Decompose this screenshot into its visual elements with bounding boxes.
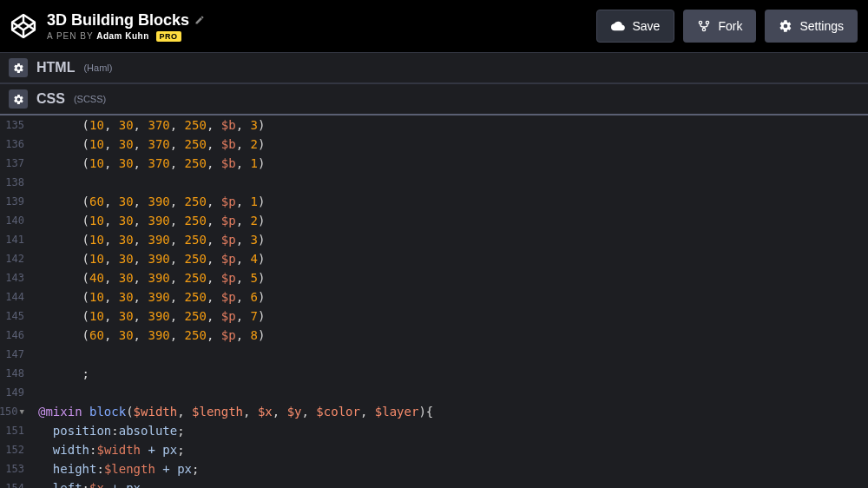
html-panel-title: HTML	[36, 60, 75, 76]
svg-point-1	[707, 21, 709, 23]
code-line[interactable]: (10, 30, 390, 250, $p, 3)	[31, 230, 868, 249]
code-line[interactable]: (10, 30, 370, 250, $b, 3)	[31, 115, 868, 135]
header: 3D Building Blocks A PEN BY Adam Kuhn PR…	[0, 0, 868, 52]
svg-point-0	[700, 21, 702, 23]
css-panel-title: CSS	[36, 91, 65, 107]
css-settings-button[interactable]	[9, 89, 28, 109]
code-line[interactable]	[31, 383, 868, 402]
edit-pencil-icon[interactable]	[194, 14, 205, 28]
html-settings-button[interactable]	[9, 58, 28, 77]
line-number: 152	[0, 440, 24, 459]
code-line[interactable]: @mixin block($width, $length, $x, $y, $c…	[31, 402, 868, 421]
line-number: 144	[0, 287, 24, 307]
line-number: 138	[0, 173, 24, 192]
code-line[interactable]: (10, 30, 370, 250, $b, 1)	[31, 154, 868, 173]
cloud-icon	[611, 19, 625, 33]
line-number: 149	[0, 383, 24, 402]
css-panel-sub: (SCSS)	[74, 94, 106, 104]
line-number: 153	[0, 459, 24, 478]
pen-title-text: 3D Building Blocks	[47, 11, 189, 30]
line-number: 154	[0, 478, 24, 488]
gutter: 1351361371381391401411421431441451461471…	[0, 115, 31, 488]
save-button[interactable]: Save	[596, 10, 674, 43]
settings-label: Settings	[799, 19, 844, 33]
line-number: 140	[0, 211, 24, 230]
code-line[interactable]: (60, 30, 390, 250, $p, 8)	[31, 326, 868, 345]
code-content[interactable]: (10, 30, 370, 250, $b, 3) (10, 30, 370, …	[31, 115, 868, 488]
code-line[interactable]: height:$length + px;	[31, 459, 868, 478]
code-line[interactable]: left:$x + px	[31, 478, 868, 488]
fork-button[interactable]: Fork	[683, 10, 756, 43]
code-line[interactable]: (10, 30, 390, 250, $p, 4)	[31, 249, 868, 268]
line-number: 150▼	[0, 402, 24, 421]
gear-icon	[13, 94, 24, 105]
save-label: Save	[632, 19, 660, 33]
code-line[interactable]: (10, 30, 390, 250, $p, 2)	[31, 211, 868, 230]
line-number: 141	[0, 230, 24, 249]
gear-icon	[779, 19, 792, 33]
code-line[interactable]: (40, 30, 390, 250, $p, 5)	[31, 268, 868, 287]
code-line[interactable]: ;	[31, 364, 868, 383]
pro-badge: PRO	[156, 31, 181, 42]
line-number: 147	[0, 345, 24, 364]
code-line[interactable]: (10, 30, 390, 250, $p, 7)	[31, 307, 868, 326]
line-number: 139	[0, 192, 24, 211]
html-panel-header[interactable]: HTML (Haml)	[0, 52, 868, 83]
svg-point-2	[703, 28, 706, 30]
line-number: 142	[0, 249, 24, 268]
code-line[interactable]: position:absolute;	[31, 421, 868, 440]
line-number: 145	[0, 307, 24, 326]
line-number: 146	[0, 326, 24, 345]
css-editor[interactable]: 1351361371381391401411421431441451461471…	[0, 115, 868, 488]
fork-icon	[697, 19, 711, 33]
settings-button[interactable]: Settings	[765, 10, 858, 43]
byline: A PEN BY Adam Kuhn PRO	[47, 31, 596, 41]
line-number: 136	[0, 135, 24, 154]
title-area: 3D Building Blocks A PEN BY Adam Kuhn PR…	[47, 11, 596, 41]
code-line[interactable]	[31, 173, 868, 192]
line-number: 151	[0, 421, 24, 440]
code-line[interactable]: (10, 30, 390, 250, $p, 6)	[31, 287, 868, 307]
pen-title[interactable]: 3D Building Blocks	[47, 11, 596, 30]
css-panel-header[interactable]: CSS (SCSS)	[0, 83, 868, 115]
line-number: 135	[0, 115, 24, 135]
html-panel-sub: (Haml)	[83, 63, 112, 73]
fork-label: Fork	[718, 19, 742, 33]
code-line[interactable]: width:$width + px;	[31, 440, 868, 459]
gear-icon	[13, 63, 24, 74]
line-number: 137	[0, 154, 24, 173]
codepen-logo-icon	[10, 13, 36, 39]
byline-prefix: A PEN BY	[47, 31, 96, 41]
author-link[interactable]: Adam Kuhn	[96, 31, 149, 41]
line-number: 143	[0, 268, 24, 287]
code-line[interactable]: (10, 30, 370, 250, $b, 2)	[31, 135, 868, 154]
code-line[interactable]	[31, 345, 868, 364]
line-number: 148	[0, 364, 24, 383]
code-line[interactable]: (60, 30, 390, 250, $p, 1)	[31, 192, 868, 211]
action-buttons: Save Fork Settings	[596, 10, 858, 43]
